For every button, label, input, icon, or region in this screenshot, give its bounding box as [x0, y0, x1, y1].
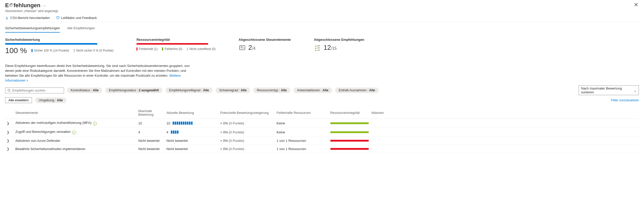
download-csv-label: CSV-Bericht herunterladen [10, 16, 50, 20]
filter-resource-type[interactable]: Ressourcentyp : Alle [253, 87, 290, 93]
expand-all-button[interactable]: Alle erweitern [5, 97, 32, 103]
tab-all-recs[interactable]: Alle Empfehlungen [67, 25, 95, 33]
download-icon [5, 16, 9, 20]
filter-row: Kontrollstatus : Alle Empfehlungsstatus … [5, 85, 639, 95]
sort-dropdown[interactable]: Nach maximaler Bewertung sortieren ⌄ [579, 85, 639, 95]
row-pot: + 0% [220, 121, 228, 125]
legend-ok: Fehlerfrei (0) [162, 47, 182, 51]
row-pot: + 0% [220, 130, 228, 134]
row-max: Nicht bewertet [137, 145, 165, 153]
stat-completed-controls: Abgeschlossene Steuerelemente 2/4 [239, 38, 291, 55]
row-cur: Nicht bewertet [165, 137, 219, 145]
row-pot: + 0% [220, 139, 228, 143]
expand-toggle[interactable]: ❯ [7, 130, 9, 134]
stats-row: Sicherheitsbewertung 100 % Sicher 100 % … [5, 38, 639, 55]
row-max: Nicht bewertet [137, 137, 165, 145]
row-name: Bewährte Sicherheitsmethoden implementie… [14, 145, 137, 153]
score-bar [5, 43, 97, 45]
integrity-bar [136, 43, 208, 45]
score-blocks [171, 131, 178, 134]
row-cur: Nicht bewertet [165, 145, 219, 153]
recommendations-table: Steuerelemente Maximale Bewertung Aktuel… [5, 107, 639, 153]
check-icon: ✓ [72, 131, 76, 134]
filter-severity[interactable]: Schweregrad : Alle [216, 87, 250, 93]
svg-point-1 [8, 89, 10, 91]
stat-completed-recs: Abgeschlossene Empfehlungen 12/15 [314, 38, 364, 55]
legend-unsecure: Nicht sicher 0 % (0 Punkte) [74, 49, 113, 52]
row-bad: 1 von 1 Ressourcen [275, 137, 329, 145]
col-pot[interactable]: Potenzielle Bewertungssteigerung [219, 107, 275, 119]
recs-num: 12 [324, 44, 331, 51]
stat-resource-integrity: Ressourcenintegrität Fehlerhaft (1) Fehl… [136, 38, 216, 55]
expand-toggle[interactable]: ❯ [7, 139, 9, 143]
feedback-button[interactable]: Leitfäden und Feedback [56, 16, 97, 20]
filter-row-2: Alle erweitern Umgebung : Alle Filter zu… [5, 97, 639, 103]
row-max: 10 [137, 119, 165, 128]
search-field[interactable] [12, 88, 62, 92]
row-bad: Keine [275, 128, 329, 137]
svg-rect-0 [239, 45, 245, 50]
tabs: Sicherheitsbewertungsempfehlungen Alle E… [5, 25, 639, 33]
row-cur: 4 [166, 130, 168, 134]
feedback-label: Leitfäden und Feedback [61, 16, 97, 20]
controls-den: /4 [252, 46, 255, 51]
stat-score-label: Sicherheitsbewertung [5, 38, 113, 42]
filter-environment[interactable]: Umgebung : Alle [35, 97, 67, 103]
chevron-down-icon: ⌄ [634, 88, 637, 92]
integrity-indicator [330, 148, 369, 150]
row-bad: Keine [275, 119, 329, 128]
row-max: 4 [137, 128, 165, 137]
col-bad[interactable]: Fehlerhafte Ressourcen [275, 107, 329, 119]
page-title: Efehlungen [5, 2, 40, 9]
filter-response-actions[interactable]: Antwortaktionen : Alle [293, 87, 332, 93]
col-controls[interactable]: Steuerelemente [14, 107, 137, 119]
row-name: Zugriff und Berechtigungen verwalten [15, 130, 71, 134]
score-value: 100 % [5, 46, 27, 55]
stat-integrity-label: Ressourcenintegrität [136, 38, 216, 42]
table-row[interactable]: ❯ Zugriff und Berechtigungen verwalten✓ … [5, 128, 639, 137]
recs-den: /15 [331, 46, 336, 51]
checklist-icon [314, 44, 321, 51]
integrity-indicator [330, 122, 369, 124]
blade-header: Efehlungen ⋯ Abonnement „chtestao" wird … [5, 2, 639, 13]
more-icon[interactable]: ⋯ [43, 4, 46, 8]
expand-toggle[interactable]: ❯ [7, 147, 9, 151]
subtitle: Abonnement „chtestao" wird angezeigt. [5, 9, 59, 13]
download-csv-button[interactable]: CSV-Bericht herunterladen [5, 16, 50, 20]
expand-toggle[interactable]: ❯ [7, 121, 9, 125]
controls-icon [239, 44, 246, 51]
close-button[interactable]: ✕ [633, 2, 639, 8]
col-cur[interactable]: Aktuelle Bewertung [165, 107, 219, 119]
integrity-indicator [330, 131, 369, 133]
filter-maturity[interactable]: Empfehlungsreifegrad : Alle [165, 87, 213, 93]
description-text: Diese Empfehlungen beeinflussen direkt I… [5, 64, 189, 77]
row-pot: + 0% [220, 147, 228, 151]
row-bad: 1 von 1 Ressourcen [275, 145, 329, 153]
description: Diese Empfehlungen beeinflussen direkt I… [5, 64, 195, 83]
stat-controls-label: Abgeschlossene Steuerelemente [239, 38, 291, 42]
row-name: Aktivieren von Azure Defender [14, 137, 137, 145]
table-row[interactable]: ❯ Bewährte Sicherheitsmethoden implement… [5, 145, 639, 153]
filter-rec-status[interactable]: Empfehlungsstatus : 2 ausgewählt [105, 87, 162, 93]
table-row[interactable]: ❯ Aktivieren von Azure Defender Nicht be… [5, 137, 639, 145]
reset-filters-link[interactable]: Filter zurücksetzen [611, 98, 639, 102]
col-int[interactable]: Ressourcenintegrität [329, 107, 370, 119]
search-input[interactable] [5, 87, 64, 93]
table-row[interactable]: ❯ Aktivieren der mehrstufigen Authentifi… [5, 119, 639, 128]
tab-security-recs[interactable]: Sicherheitsbewertungsempfehlungen [5, 25, 60, 33]
sort-label: Nach maximaler Bewertung sortieren [581, 86, 634, 94]
col-act[interactable]: Aktionen [370, 107, 639, 119]
filter-control-status[interactable]: Kontrollstatus : Alle [67, 87, 102, 93]
row-name: Aktivieren der mehrstufigen Authentifizi… [15, 121, 91, 125]
command-bar: CSV-Bericht herunterladen Leitfäden und … [5, 16, 639, 22]
legend-secure: Sicher 100 % (14 Punkte) [31, 49, 69, 52]
search-icon [7, 89, 11, 92]
stat-security-score: Sicherheitsbewertung 100 % Sicher 100 % … [5, 38, 113, 55]
controls-num: 2 [248, 44, 252, 51]
heart-icon [56, 16, 60, 20]
integrity-indicator [330, 140, 369, 142]
filter-has-exceptions[interactable]: Enthält Ausnahmen : Alle [335, 87, 379, 93]
cursor-hand-icon [9, 3, 14, 7]
stat-recs-label: Abgeschlossene Empfehlungen [314, 38, 364, 42]
col-max[interactable]: Maximale Bewertung [137, 107, 165, 119]
